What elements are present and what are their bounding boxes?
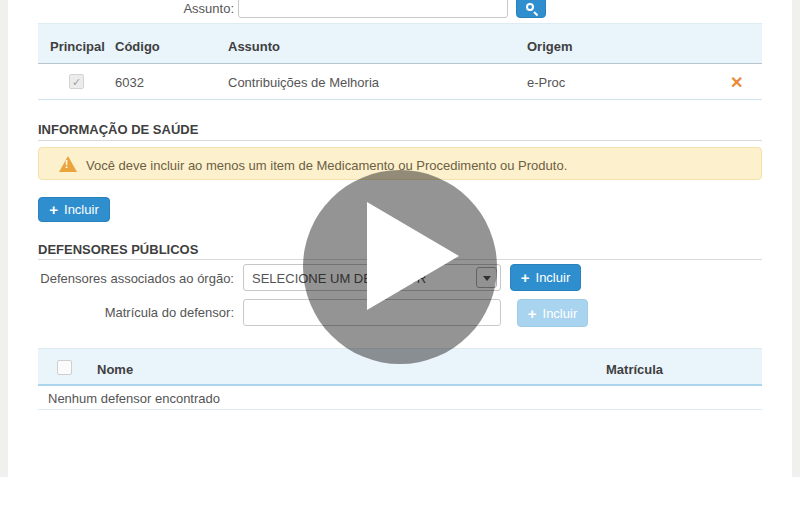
col-codigo: Código [115, 39, 160, 54]
codigo-cell: 6032 [115, 75, 144, 90]
play-button[interactable] [303, 170, 497, 364]
col-principal: Principal [50, 39, 105, 54]
left-margin-strip [0, 0, 8, 477]
incluir-saude-label: Incluir [64, 202, 99, 217]
assunto-cell: Contribuições de Melhoria [228, 75, 379, 90]
section-title-defensores: DEFENSORES PÚBLICOS [38, 242, 198, 257]
table-row: ✓ 6032 Contribuições de Melhoria e-Proc … [38, 64, 762, 100]
principal-checkbox[interactable]: ✓ [69, 74, 84, 89]
video-frame: Assunto: Principal Código Assunto Origem… [0, 0, 800, 505]
assunto-input[interactable] [238, 0, 508, 18]
delete-row-icon[interactable]: ✕ [730, 75, 743, 91]
section-title-saude: INFORMAÇÃO DE SAÚDE [38, 122, 198, 137]
col-nome: Nome [97, 362, 133, 377]
warning-icon-bang: ! [65, 159, 68, 170]
search-icon-handle [533, 11, 538, 16]
select-all-checkbox[interactable] [57, 360, 72, 375]
col-assunto: Assunto [228, 39, 280, 54]
plus-icon: + [521, 270, 530, 285]
orgao-label: Defensores associados ao órgão: [38, 271, 234, 286]
search-icon [526, 3, 534, 11]
assunto-label: Assunto: [100, 1, 234, 16]
col-origem: Origem [527, 39, 573, 54]
incluir-defensor-button[interactable]: + Incluir [510, 264, 581, 291]
plus-icon: + [49, 202, 58, 217]
incluir-matricula-button-disabled[interactable]: + Incluir [517, 299, 588, 327]
incluir-defensor-label: Incluir [536, 270, 571, 285]
matricula-label: Matrícula do defensor: [38, 305, 234, 320]
incluir-matricula-label: Incluir [543, 306, 578, 321]
warning-text: Você deve incluir ao menos um item de Me… [86, 158, 567, 173]
col-matricula: Matrícula [606, 362, 663, 377]
empty-table-row: Nenhum defensor encontrado [38, 386, 762, 410]
section-divider [38, 140, 762, 141]
search-button[interactable] [516, 0, 546, 18]
plus-icon: + [528, 306, 537, 321]
right-margin-strip [792, 0, 800, 477]
empty-row-text: Nenhum defensor encontrado [48, 391, 220, 406]
assuntos-table-header: Principal Código Assunto Origem [38, 23, 762, 64]
origem-cell: e-Proc [527, 75, 565, 90]
play-icon [367, 202, 459, 310]
incluir-saude-button[interactable]: + Incluir [38, 197, 110, 222]
